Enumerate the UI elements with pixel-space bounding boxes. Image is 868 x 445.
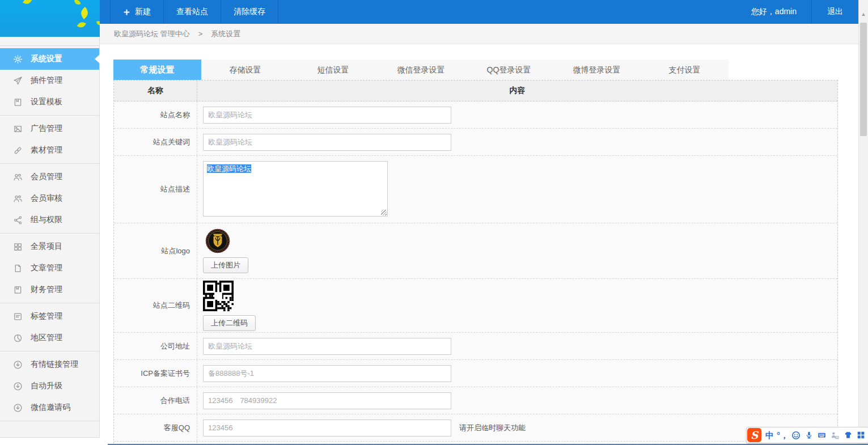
chinese-mode-icon-glyph: 中 [765, 431, 774, 439]
sidebar-item-region-management[interactable]: 地区管理 [0, 327, 99, 349]
table-body: 站点名称站点关键词站点描述欧皇源码论坛站点logo上传图片站点二维码上传二维码公… [114, 101, 837, 445]
site-description-textarea[interactable]: 欧皇源码论坛 [203, 161, 388, 217]
site-keywords-input[interactable] [203, 134, 451, 151]
topbar-menu-label: 新建 [135, 7, 151, 17]
site-logo-upload-button[interactable]: 上传图片 [203, 257, 248, 273]
sidebar-item-label: 有情链接管理 [31, 359, 78, 370]
tab-wechat-login[interactable]: 微信登录设置 [377, 60, 465, 80]
microphone-icon[interactable] [802, 427, 815, 443]
tab-weibo-login[interactable]: 微博登录设置 [553, 60, 641, 80]
row-label: 站点logo [114, 223, 197, 278]
settings-row-site-qrcode: 站点二维码上传二维码 [114, 279, 837, 333]
scrollbar-up-arrow[interactable]: ▲ [859, 11, 868, 18]
sidebar: 管理首页系统设置插件管理设置模板广告管理素材管理会员管理会员审核组与权限全景项目… [0, 0, 100, 438]
settings-row-site-logo: 站点logo上传图片 [114, 223, 837, 279]
sidebar-item-label: 全景项目 [31, 241, 62, 252]
sidebar-item-panorama-projects[interactable]: 全景项目 [0, 236, 99, 257]
settings-row-site-keywords: 站点关键词 [114, 129, 837, 156]
sidebar-item-system-settings[interactable]: 系统设置 [0, 48, 99, 70]
download-icon [12, 381, 23, 391]
sidebar-item-member-review[interactable]: 会员审核 [0, 188, 99, 209]
book-icon [12, 97, 23, 107]
sidebar-item-finance-management[interactable]: 财务管理 [0, 279, 99, 300]
row-label: 站点关键词 [114, 129, 197, 155]
scrollbar-thumb[interactable] [860, 23, 867, 136]
row-content [197, 333, 837, 359]
site-name-input[interactable] [203, 107, 451, 124]
icp-number-input[interactable] [203, 365, 451, 382]
sidebar-item-auto-upgrade[interactable]: 自动升级 [0, 375, 99, 397]
row-label: 合作电话 [114, 387, 197, 414]
vertical-scrollbar[interactable]: ▲ [858, 0, 868, 445]
sidebar-item-label: 系统设置 [31, 54, 62, 64]
sidebar-group: 系统设置插件管理设置模板 [0, 46, 99, 116]
ime-toolbar: S中°，20 [746, 427, 868, 443]
users-icon [12, 193, 23, 204]
company-address-input[interactable] [203, 338, 451, 355]
row-label: 站点名称 [114, 101, 197, 128]
sidebar-item-ad-management[interactable]: 广告管理 [0, 118, 99, 139]
tab-qq-login[interactable]: QQ登录设置 [465, 60, 553, 80]
service-qq-input[interactable] [203, 419, 451, 436]
topbar-menu-label: 查看站点 [176, 7, 208, 17]
tab-storage[interactable]: 存储设置 [201, 60, 289, 80]
header-name-cell: 名称 [114, 80, 197, 101]
site-qrcode-image [203, 281, 234, 311]
sidebar-item-label: 素材管理 [31, 145, 62, 155]
row-content [197, 129, 837, 155]
book-icon [12, 285, 23, 295]
punctuation-icon-glyph: °， [777, 431, 789, 439]
sogou-logo-icon[interactable]: S [747, 428, 761, 442]
sidebar-item-article-management[interactable]: 文章管理 [0, 257, 99, 279]
sidebar-item-label: 地区管理 [31, 333, 62, 343]
row-content: 欧皇源码论坛 [197, 156, 837, 223]
breadcrumb-current: 系统设置 [211, 29, 240, 39]
keyboard-icon[interactable] [815, 427, 828, 443]
breadcrumb-site-link[interactable]: 欧皇源码论坛 管理中心 [114, 29, 190, 39]
row-content: 请开启临时聊天功能 [197, 414, 837, 441]
sidebar-item-member-management[interactable]: 会员管理 [0, 166, 99, 188]
settings-tabs: 常规设置存储设置短信设置微信登录设置QQ登录设置微博登录设置支付设置 [113, 60, 729, 80]
chinese-mode-icon[interactable]: 中 [763, 427, 776, 443]
selected-text: 欧皇源码论坛 [207, 164, 251, 173]
row-label: 客服QQ [114, 414, 197, 441]
tab-general[interactable]: 常规设置 [113, 60, 201, 80]
sidebar-item-plugin-management[interactable]: 插件管理 [0, 70, 99, 91]
sidebar-item-material-management[interactable]: 素材管理 [0, 139, 99, 161]
settings-panel: 常规设置存储设置短信设置微信登录设置QQ登录设置微博登录设置支付设置 名称 内容… [113, 60, 838, 445]
sidebar-item-friend-links-management[interactable]: 有情链接管理 [0, 354, 99, 375]
settings-row-company-address: 公司地址 [114, 333, 837, 360]
settings-row-service-qq: 客服QQ请开启临时聊天功能 [114, 414, 837, 442]
row-label: 公司地址 [114, 333, 197, 359]
sidebar-item-label: 会员审核 [31, 193, 62, 204]
skin-icon[interactable] [841, 427, 854, 443]
sidebar-item-label: 财务管理 [31, 285, 62, 295]
menu-grid-icon[interactable] [854, 427, 867, 443]
sidebar-item-template-settings[interactable]: 设置模板 [0, 91, 99, 113]
tab-payment[interactable]: 支付设置 [641, 60, 729, 80]
emoji-icon[interactable] [789, 427, 802, 443]
sidebar-item-groups-permissions[interactable]: 组与权限 [0, 209, 99, 231]
sidebar-item-tag-management[interactable]: 标签管理 [0, 306, 99, 327]
image-icon [12, 124, 23, 134]
topbar-new-button[interactable]: 新建 [110, 0, 164, 24]
tab-sms[interactable]: 短信设置 [289, 60, 377, 80]
contact-phone-input[interactable] [203, 392, 451, 409]
site-logo-image [205, 228, 230, 253]
sidebar-group: 广告管理素材管理 [0, 116, 99, 164]
toolbox-icon[interactable]: 20 [828, 427, 841, 443]
punctuation-icon[interactable]: °， [776, 427, 789, 443]
topbar-view-site-button[interactable]: 查看站点 [164, 0, 221, 24]
sidebar-item-label: 文章管理 [31, 263, 62, 273]
download-icon [12, 402, 23, 413]
site-qrcode-upload-button[interactable]: 上传二维码 [203, 315, 256, 331]
settings-row-site-name: 站点名称 [114, 101, 837, 129]
table-header-row: 名称 内容 [114, 80, 837, 101]
settings-table: 名称 内容 站点名称站点关键词站点描述欧皇源码论坛站点logo上传图片站点二维码… [113, 80, 838, 445]
sidebar-group: 全景项目文章管理财务管理 [0, 234, 99, 303]
sidebar-item-wechat-invite-code[interactable]: 微信邀请码 [0, 397, 99, 418]
logout-button[interactable]: 退出 [811, 0, 858, 24]
topbar-clear-cache-button[interactable]: 清除缓存 [221, 0, 278, 24]
site-brand-logo[interactable] [0, 0, 100, 37]
header-content-cell: 内容 [197, 80, 837, 101]
